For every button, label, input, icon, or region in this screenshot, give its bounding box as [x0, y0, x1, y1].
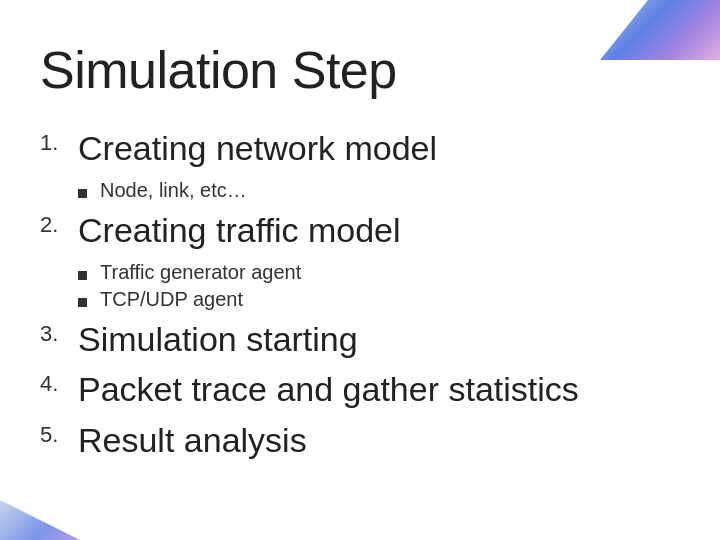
sub-item-text: TCP/UDP agent: [100, 288, 243, 311]
item-label: Creating network model: [78, 128, 437, 169]
bullet-square: [78, 271, 87, 280]
item-label: Simulation starting: [78, 319, 358, 360]
bullet-icon: [78, 261, 100, 284]
item-label: Result analysis: [78, 420, 307, 461]
sub-list-item: Traffic generator agent: [78, 261, 670, 284]
item-label: Creating traffic model: [78, 210, 401, 251]
main-list: 1. Creating network model Node, link, et…: [40, 128, 670, 461]
item-label: Packet trace and gather statistics: [78, 369, 579, 410]
item-number: 3.: [40, 319, 78, 347]
item-number: 5.: [40, 420, 78, 448]
list-item: 5. Result analysis: [40, 420, 670, 461]
slide-content: Simulation Step 1. Creating network mode…: [0, 0, 720, 540]
sub-list-item: TCP/UDP agent: [78, 288, 670, 311]
item-number: 1.: [40, 128, 78, 156]
bullet-square: [78, 189, 87, 198]
item-number: 4.: [40, 369, 78, 397]
sub-list: Node, link, etc…: [78, 179, 670, 202]
sub-list-item: Node, link, etc…: [78, 179, 670, 202]
sub-item-text: Node, link, etc…: [100, 179, 247, 202]
sub-item-text: Traffic generator agent: [100, 261, 301, 284]
list-item: 3. Simulation starting: [40, 319, 670, 360]
item-number: 2.: [40, 210, 78, 238]
list-item: 4. Packet trace and gather statistics: [40, 369, 670, 410]
slide-title: Simulation Step: [40, 40, 670, 100]
sub-list: Traffic generator agent TCP/UDP agent: [78, 261, 670, 311]
list-item: 1. Creating network model Node, link, et…: [40, 128, 670, 202]
bullet-icon: [78, 179, 100, 202]
bullet-icon: [78, 288, 100, 311]
bullet-square: [78, 298, 87, 307]
list-item: 2. Creating traffic model Traffic genera…: [40, 210, 670, 311]
